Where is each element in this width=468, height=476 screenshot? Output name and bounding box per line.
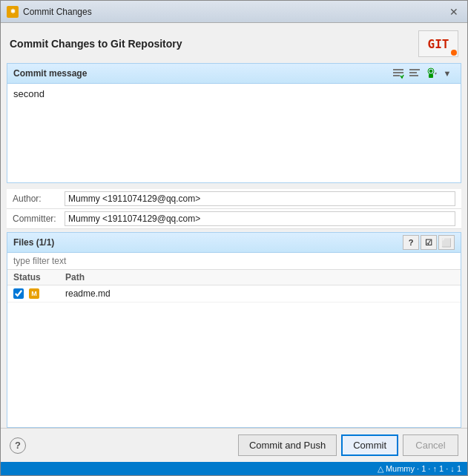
status-bar: △ Mummy · 1 · ↑ 1 · ↓ 1 (1, 462, 467, 475)
author-input[interactable] (65, 191, 455, 206)
svg-rect-4 (409, 72, 417, 73)
format-btn[interactable] (407, 66, 422, 81)
commit-dialog: ✱ Commit Changes ✕ Commit Changes to Git… (0, 0, 468, 476)
files-list: M readme.md (7, 285, 461, 427)
files-copy-btn[interactable]: ⬜ (438, 235, 455, 250)
files-toolbar: ? ☑ ⬜ (403, 235, 455, 250)
committer-row: Committer: (7, 209, 461, 229)
dialog-header: Commit Changes to Git Repository GIT (1, 23, 467, 63)
committer-label: Committer: (13, 214, 65, 224)
svg-rect-1 (393, 72, 403, 73)
git-logo: GIT (418, 30, 458, 57)
files-check-btn[interactable]: ☑ (421, 235, 437, 250)
table-row: M readme.md (7, 285, 461, 303)
title-bar-text: Commit Changes (23, 7, 446, 17)
commit-button[interactable]: Commit (341, 434, 398, 456)
svg-rect-3 (409, 69, 420, 70)
svg-rect-2 (393, 75, 400, 76)
file-checkbox[interactable] (13, 288, 24, 299)
settings-btn[interactable] (423, 66, 438, 81)
author-row: Author: (7, 189, 461, 209)
dialog-body: Commit message (1, 63, 467, 428)
files-filter-input[interactable] (7, 253, 461, 270)
dropdown-btn[interactable]: ▼ (440, 66, 455, 81)
svg-rect-5 (409, 75, 418, 76)
commit-message-header: Commit message (7, 64, 461, 84)
spell-check-btn[interactable] (391, 66, 406, 81)
file-type-icon: M (28, 288, 40, 300)
help-button[interactable]: ? (10, 437, 26, 454)
col-path-header: Path (65, 272, 455, 282)
files-table-header: Status Path (7, 270, 461, 285)
svg-point-6 (429, 70, 432, 73)
close-button[interactable]: ✕ (446, 4, 461, 19)
footer-buttons: Commit and Push Commit Cancel (238, 434, 458, 456)
svg-rect-0 (393, 69, 403, 70)
commit-and-push-button[interactable]: Commit and Push (238, 434, 337, 456)
files-section: Files (1/1) ? ☑ ⬜ Status Path M (7, 232, 461, 428)
col-status-header: Status (13, 272, 65, 282)
dialog-icon: ✱ (7, 6, 19, 18)
git-logo-box: GIT (418, 30, 458, 57)
commit-message-section: Commit message (7, 63, 461, 183)
files-header: Files (1/1) ? ☑ ⬜ (7, 233, 461, 253)
author-label: Author: (13, 194, 65, 204)
footer-left: ? (10, 437, 238, 454)
svg-rect-8 (429, 74, 433, 78)
status-bar-text: △ Mummy · 1 · ↑ 1 · ↓ 1 (378, 464, 461, 474)
files-label: Files (1/1) (13, 237, 54, 248)
file-status-cell: M (13, 288, 65, 300)
dialog-footer: ? Commit and Push Commit Cancel (1, 428, 467, 462)
cancel-button[interactable]: Cancel (403, 434, 458, 456)
modified-icon: M (29, 288, 39, 299)
title-bar: ✱ Commit Changes ✕ (1, 1, 467, 23)
committer-input[interactable] (65, 211, 455, 226)
commit-message-input[interactable] (7, 84, 461, 180)
git-logo-text: GIT (428, 37, 449, 51)
commit-message-toolbar: ▼ (391, 66, 455, 81)
files-help-btn[interactable]: ? (403, 235, 419, 250)
file-path: readme.md (65, 288, 455, 299)
commit-message-label: Commit message (13, 68, 87, 79)
dialog-title: Commit Changes to Git Repository (10, 38, 182, 50)
author-section: Author: Committer: (7, 189, 461, 229)
svg-marker-9 (435, 73, 437, 75)
